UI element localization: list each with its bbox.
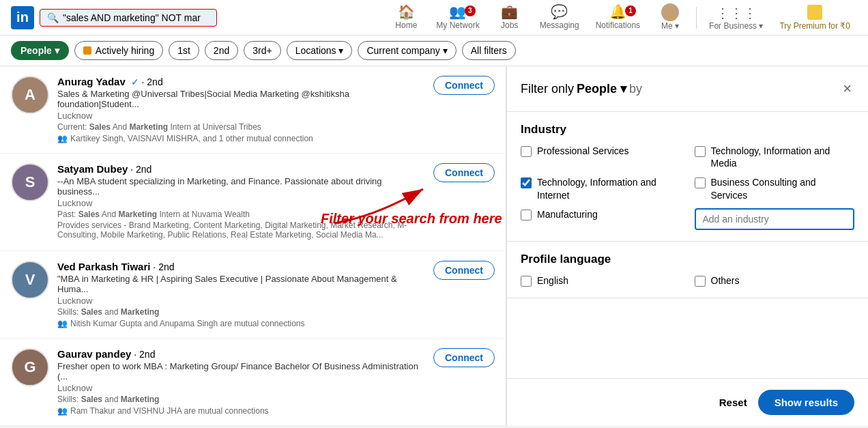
result-degree: · 2nd bbox=[134, 349, 155, 360]
result-name-text: Gaurav pandey bbox=[57, 348, 131, 360]
close-icon: × bbox=[843, 80, 852, 97]
nav-notifications[interactable]: 🔔 1 Notifications bbox=[589, 0, 647, 35]
add-industry-input[interactable] bbox=[695, 208, 855, 230]
filter-panel-header: Filter only People ▾ by × bbox=[507, 66, 868, 112]
result-name-text: Anurag Yadav bbox=[57, 76, 126, 87]
connect-button[interactable]: Connect bbox=[433, 163, 495, 182]
industry-checkbox[interactable] bbox=[521, 146, 532, 157]
second-degree-button[interactable]: 2nd bbox=[205, 41, 238, 60]
current-company-button[interactable]: Current company ▾ bbox=[358, 41, 456, 60]
nav-me[interactable]: Me ▾ bbox=[650, 0, 691, 35]
language-checkbox[interactable] bbox=[695, 276, 706, 287]
nav-network-label: My Network bbox=[436, 20, 479, 30]
people-icon: 👥 bbox=[57, 406, 68, 416]
people-icon: 👥 bbox=[57, 134, 68, 143]
industry-checkbox-item: Professional Services bbox=[521, 145, 681, 169]
grid-icon: ⋮⋮⋮ bbox=[716, 5, 757, 21]
nav-network-badge: 3 bbox=[465, 5, 476, 16]
result-headline: Sales & Marketing @Universal Tribes|Soci… bbox=[57, 89, 425, 109]
result-name: Anurag Yadav ✓ · 2nd bbox=[57, 76, 425, 87]
current-company-label: Current company ▾ bbox=[366, 45, 447, 56]
svg-point-0 bbox=[666, 6, 674, 14]
industry-checkbox[interactable] bbox=[521, 210, 532, 220]
connect-button[interactable]: Connect bbox=[433, 348, 495, 367]
avatar-letter: S bbox=[25, 173, 35, 191]
filter-people-dropdown[interactable]: People ▾ bbox=[577, 81, 626, 96]
filter-by-text: by bbox=[629, 82, 642, 96]
profile-language-section: Profile language English Others bbox=[507, 242, 868, 298]
industry-checkbox[interactable] bbox=[695, 177, 706, 188]
third-degree-button[interactable]: 3rd+ bbox=[244, 41, 280, 60]
connect-button[interactable]: Connect bbox=[433, 261, 495, 280]
linkedin-logo[interactable]: in bbox=[11, 6, 34, 29]
profile-language-title: Profile language bbox=[521, 253, 854, 266]
nav-messaging[interactable]: 💬 Messaging bbox=[533, 0, 586, 35]
industry-checkbox-item: Technology, Information and Media bbox=[695, 145, 855, 169]
search-icon: 🔍 bbox=[47, 12, 59, 23]
table-row: A Anurag Yadav ✓ · 2nd Sales & Marketing… bbox=[0, 66, 506, 154]
for-business-label: For Business ▾ bbox=[709, 21, 763, 31]
result-location: Lucknow bbox=[57, 198, 425, 208]
show-results-button[interactable]: Show results bbox=[758, 390, 854, 415]
result-location: Lucknow bbox=[57, 296, 425, 306]
close-filter-button[interactable]: × bbox=[840, 77, 854, 100]
locations-label: Locations ▾ bbox=[295, 45, 344, 56]
result-meta: Skills: Sales and Marketing bbox=[57, 395, 425, 404]
industry-section: Industry Professional Services Technolog… bbox=[507, 112, 868, 242]
industry-label: Manufacturing bbox=[537, 208, 598, 220]
svg-point-1 bbox=[663, 16, 677, 21]
hiring-dot-icon bbox=[83, 46, 91, 55]
filter-only-text: Filter only bbox=[521, 82, 574, 96]
first-degree-label: 1st bbox=[177, 45, 190, 56]
nav-notifications-label: Notifications bbox=[596, 20, 640, 30]
nav-messaging-label: Messaging bbox=[540, 20, 579, 30]
reset-button[interactable]: Reset bbox=[719, 397, 747, 408]
nav-my-network[interactable]: 👥 3 My Network bbox=[429, 0, 486, 35]
avatar-wrap: G bbox=[11, 348, 49, 386]
nav-jobs-label: Jobs bbox=[501, 20, 518, 30]
result-headline: --An MBA student specializing in Marketi… bbox=[57, 176, 425, 197]
industry-grid: Professional Services Technology, Inform… bbox=[521, 145, 854, 230]
industry-checkbox-item: Technology, Information and Internet bbox=[521, 176, 681, 201]
network-icon: 👥 bbox=[449, 3, 466, 20]
connect-button[interactable]: Connect bbox=[433, 76, 495, 95]
industry-label: Technology, Information and Internet bbox=[537, 176, 681, 201]
search-bar: 🔍 bbox=[40, 9, 217, 27]
result-location: Lucknow bbox=[57, 383, 425, 393]
nav-items: 🏠 Home 👥 3 My Network 💼 Jobs 💬 Messaging… bbox=[386, 0, 857, 35]
try-premium-label: Try Premium for ₹0 bbox=[779, 21, 850, 31]
industry-title: Industry bbox=[521, 123, 854, 137]
industry-checkbox[interactable] bbox=[521, 177, 532, 188]
actively-hiring-button[interactable]: Actively hiring bbox=[74, 41, 163, 60]
filter-footer: Reset Show results bbox=[507, 378, 868, 426]
avatar-letter: A bbox=[25, 86, 35, 104]
nav-home[interactable]: 🏠 Home bbox=[386, 0, 426, 35]
industry-label: Business Consulting and Services bbox=[711, 176, 855, 201]
nav-try-premium[interactable]: Try Premium for ₹0 bbox=[772, 0, 857, 35]
first-degree-button[interactable]: 1st bbox=[169, 41, 199, 60]
avatar-wrap: A bbox=[11, 76, 49, 114]
profile-language-grid: English Others bbox=[521, 274, 854, 287]
people-filter-button[interactable]: People ▾ bbox=[11, 41, 69, 60]
nav-me-label: Me ▾ bbox=[661, 21, 679, 31]
jobs-icon: 💼 bbox=[501, 3, 518, 20]
language-checkbox[interactable] bbox=[521, 276, 532, 287]
connect-btn-wrap: Connect bbox=[433, 163, 495, 182]
table-row: G Gaurav pandey · 2nd Fresher open to wo… bbox=[0, 339, 506, 426]
industry-checkbox[interactable] bbox=[695, 146, 706, 157]
avatar-letter: G bbox=[24, 358, 35, 376]
third-degree-label: 3rd+ bbox=[252, 45, 272, 56]
avatar bbox=[661, 3, 679, 21]
actively-hiring-label: Actively hiring bbox=[96, 45, 154, 56]
locations-button[interactable]: Locations ▾ bbox=[287, 41, 353, 60]
premium-icon bbox=[807, 5, 822, 20]
result-info: Satyam Dubey · 2nd --An MBA student spec… bbox=[57, 163, 425, 241]
search-input[interactable] bbox=[63, 12, 209, 23]
results-panel: A Anurag Yadav ✓ · 2nd Sales & Marketing… bbox=[0, 66, 506, 426]
all-filters-button[interactable]: All filters bbox=[462, 41, 516, 60]
nav-jobs[interactable]: 💼 Jobs bbox=[489, 0, 530, 35]
language-checkbox-item: English bbox=[521, 274, 681, 287]
result-name: Satyam Dubey · 2nd bbox=[57, 163, 425, 175]
nav-for-business[interactable]: ⋮⋮⋮ For Business ▾ bbox=[702, 0, 770, 35]
industry-label: Professional Services bbox=[537, 145, 629, 157]
